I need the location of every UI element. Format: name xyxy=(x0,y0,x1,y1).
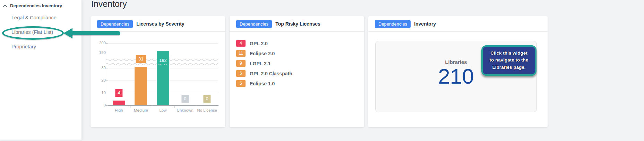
license-count-badge: 4 xyxy=(236,40,246,47)
sidebar-section-dependencies-inventory[interactable]: Dependencies Inventory xyxy=(0,0,81,10)
dependencies-badge: Dependencies xyxy=(236,20,272,28)
x-axis-category-label: Unknown xyxy=(175,108,195,113)
bar-value-label: 192 xyxy=(157,57,169,64)
card-title: Inventory xyxy=(414,21,436,27)
risky-license-row[interactable]: 11 Eclipse 2.0 xyxy=(236,50,364,57)
y-axis-tick-label: 200 xyxy=(93,41,106,45)
chevron-up-icon xyxy=(3,4,7,7)
license-count-badge: 11 xyxy=(236,50,246,57)
card-inventory: Dependencies Inventory Libraries 210 Cli… xyxy=(368,16,548,127)
dependencies-badge: Dependencies xyxy=(375,20,411,28)
x-axis-tick xyxy=(174,106,174,108)
arrow-shaft xyxy=(71,31,120,35)
risky-licenses-list: 4 GPL 2.0 11 Eclipse 2.0 9 LGPL 2.1 6 GP… xyxy=(230,32,364,87)
x-axis-tick xyxy=(152,106,152,108)
y-axis-tick-label: 190 xyxy=(93,50,106,55)
license-count-badge: 6 xyxy=(236,70,246,77)
tooltip-text: Libraries page. xyxy=(484,64,534,71)
card-top-risky-licenses: Dependencies Top Risky Licenses 4 GPL 2.… xyxy=(230,16,364,127)
x-axis-category-label: No License xyxy=(197,108,217,113)
risky-license-row[interactable]: 5 Eclipse 1.0 xyxy=(236,80,364,87)
y-axis-tick-label: 0 xyxy=(93,103,106,107)
x-axis-category-label: High xyxy=(109,108,129,113)
bar-value-label: 31 xyxy=(136,55,146,63)
license-name: Eclipse 1.0 xyxy=(250,81,275,86)
risky-license-row[interactable]: 6 GPL 2.0 Classpath xyxy=(236,70,364,77)
bar-value-label: 4 xyxy=(115,89,122,97)
license-name: GPL 2.0 Classpath xyxy=(250,71,292,76)
page-title: Inventory xyxy=(91,0,127,9)
card-title: Top Risky Licenses xyxy=(275,21,320,27)
bar-medium xyxy=(135,67,147,105)
x-axis-category-label: Medium xyxy=(131,108,151,113)
y-axis-tick-label: 30 xyxy=(93,66,106,70)
y-axis-tick-label: 20 xyxy=(93,78,106,82)
bar-high xyxy=(113,101,125,105)
license-count-badge: 9 xyxy=(236,60,246,67)
x-axis xyxy=(108,105,218,106)
card-header: Dependencies Inventory xyxy=(368,16,548,32)
license-name: LGPL 2.1 xyxy=(250,61,271,66)
bar-value-label: 0 xyxy=(181,95,189,103)
y-axis xyxy=(108,43,108,105)
x-axis-tick xyxy=(196,106,196,108)
risky-license-row[interactable]: 9 LGPL 2.1 xyxy=(236,60,364,67)
tooltip-callout: Click this widget to navigate to the Lib… xyxy=(481,45,536,76)
tooltip-text: Click this widget xyxy=(484,50,534,57)
bar-value-label: 0 xyxy=(204,95,211,103)
license-name: GPL 2.0 xyxy=(250,41,268,46)
sidebar-item-legal-compliance[interactable]: Legal & Compliance xyxy=(0,10,81,25)
app-root: Dependencies Inventory Legal & Complianc… xyxy=(0,0,644,141)
y-axis-tick-label: 10 xyxy=(93,91,106,95)
risky-license-row[interactable]: 4 GPL 2.0 xyxy=(236,40,364,47)
card-header: Dependencies Top Risky Licenses xyxy=(230,16,364,32)
sidebar-item-proprietary[interactable]: Proprietary xyxy=(0,39,81,54)
gridline xyxy=(108,43,218,44)
license-name: Eclipse 2.0 xyxy=(250,51,275,56)
sidebar: Dependencies Inventory Legal & Complianc… xyxy=(0,0,82,140)
highlight-oval-annotation xyxy=(2,26,64,40)
tooltip-text: to navigate to the xyxy=(484,57,534,64)
x-axis-tick xyxy=(130,106,130,108)
x-axis-category-label: Low xyxy=(153,108,173,113)
license-count-badge: 5 xyxy=(236,80,246,87)
sidebar-section-label: Dependencies Inventory xyxy=(10,3,62,8)
